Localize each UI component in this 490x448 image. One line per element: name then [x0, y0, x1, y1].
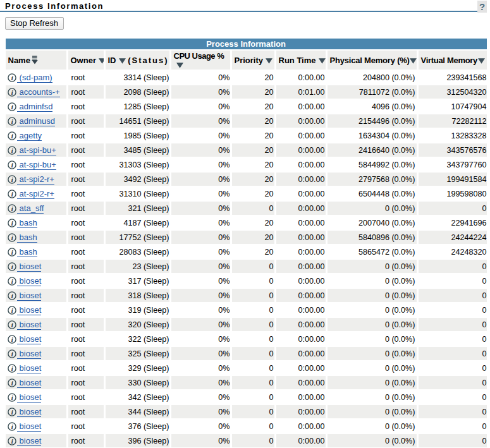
svg-text:i: i: [11, 263, 13, 270]
svg-text:i: i: [11, 380, 13, 387]
svg-text:i: i: [11, 176, 13, 183]
svg-text:i: i: [11, 205, 13, 212]
svg-text:i: i: [11, 104, 13, 111]
svg-text:i: i: [11, 322, 13, 329]
svg-text:i: i: [11, 307, 13, 314]
svg-text:i: i: [11, 162, 13, 169]
svg-text:i: i: [11, 133, 13, 140]
svg-text:i: i: [11, 365, 13, 372]
svg-text:i: i: [11, 75, 13, 82]
svg-text:i: i: [11, 293, 13, 300]
svg-text:i: i: [11, 191, 13, 198]
svg-text:i: i: [11, 278, 13, 285]
svg-text:i: i: [11, 249, 13, 256]
svg-text:i: i: [11, 118, 13, 125]
svg-text:i: i: [11, 336, 13, 343]
svg-text:i: i: [11, 394, 13, 401]
svg-text:i: i: [11, 423, 13, 430]
svg-text:i: i: [11, 147, 13, 154]
svg-text:i: i: [11, 409, 13, 416]
svg-text:i: i: [11, 220, 13, 227]
svg-text:i: i: [11, 438, 13, 445]
svg-text:i: i: [11, 351, 13, 358]
svg-text:i: i: [11, 234, 13, 241]
svg-text:i: i: [11, 89, 13, 96]
